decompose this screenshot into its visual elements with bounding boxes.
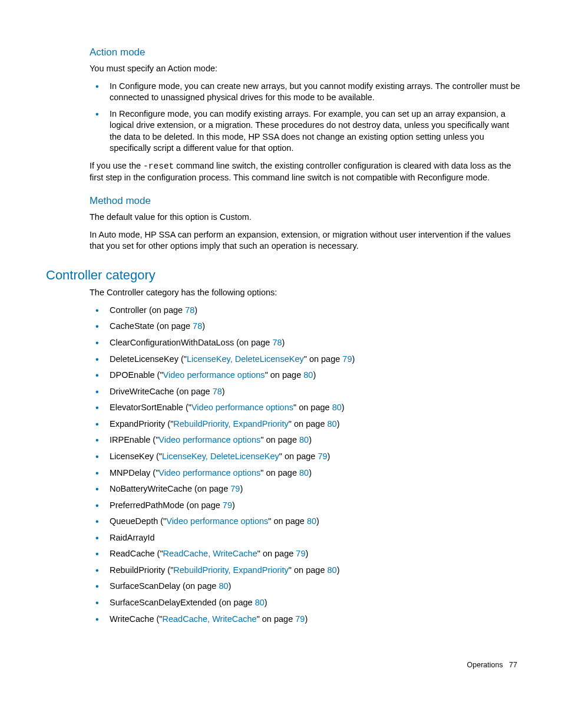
list-item: DeleteLicenseKey ("LicenseKey, DeleteLic… xyxy=(90,354,521,365)
heading-action-mode: Action mode xyxy=(90,46,521,60)
paragraph: The default value for this option is Cus… xyxy=(90,212,521,223)
heading-controller-category: Controller category xyxy=(46,266,521,284)
page-link[interactable]: 80 xyxy=(327,419,336,429)
list-item: In Reconfigure mode, you can modify exis… xyxy=(90,108,521,154)
list-item: LicenseKey ("LicenseKey, DeleteLicenseKe… xyxy=(90,451,521,463)
list-item: NoBatteryWriteCache (on page 79) xyxy=(90,483,521,495)
list-item: PreferredPathMode (on page 79) xyxy=(90,500,521,512)
page-link[interactable]: 79 xyxy=(318,452,327,461)
page-link[interactable]: Video performance options xyxy=(158,468,260,477)
paragraph: The Controller category has the followin… xyxy=(90,287,521,299)
page-link[interactable]: 79 xyxy=(342,354,352,364)
page-link[interactable]: 79 xyxy=(296,549,305,558)
options-list: Controller (on page 78)CacheState (on pa… xyxy=(90,305,521,625)
page-link[interactable]: 80 xyxy=(299,435,309,444)
page-link[interactable]: 80 xyxy=(327,565,336,575)
page-link[interactable]: LicenseKey, DeleteLicenseKey xyxy=(187,354,304,364)
list-item: RaidArrayId xyxy=(90,532,521,544)
list-item: MNPDelay ("Video performance options" on… xyxy=(90,467,521,479)
page-footer: Operations 77 xyxy=(46,660,521,670)
list-item: ReadCache ("ReadCache, WriteCache" on pa… xyxy=(90,548,521,560)
page-link[interactable]: 79 xyxy=(223,500,232,510)
list-item: WriteCache ("ReadCache, WriteCache" on p… xyxy=(90,614,521,625)
page-link[interactable]: 80 xyxy=(255,598,265,607)
list-item: CacheState (on page 78) xyxy=(90,321,521,332)
list-item: ElevatorSortEnable ("Video performance o… xyxy=(90,402,521,414)
page-link[interactable]: Video performance options xyxy=(191,403,293,412)
list-item: ExpandPriority ("RebuildPriority, Expand… xyxy=(90,419,521,430)
paragraph: In Auto mode, HP SSA can perform an expa… xyxy=(90,229,521,252)
page-link[interactable]: Video performance options xyxy=(166,516,268,526)
list-item: DPOEnable ("Video performance options" o… xyxy=(90,370,521,381)
list-item: ClearConfigurationWithDataLoss (on page … xyxy=(90,337,521,349)
page-link[interactable]: 78 xyxy=(193,321,202,331)
paragraph: You must specify an Action mode: xyxy=(90,63,521,75)
page-link[interactable]: Video performance options xyxy=(158,435,260,444)
list-item: Controller (on page 78) xyxy=(90,305,521,317)
page-link[interactable]: RebuildPriority, ExpandPriority xyxy=(173,419,289,429)
page-link[interactable]: Video performance options xyxy=(163,370,265,380)
page-link[interactable]: 80 xyxy=(219,581,228,591)
paragraph: If you use the -reset command line switc… xyxy=(90,160,521,184)
page-link[interactable]: 79 xyxy=(230,484,240,493)
page-link[interactable]: LicenseKey, DeleteLicenseKey xyxy=(162,452,279,461)
list-item: DriveWriteCache (on page 78) xyxy=(90,386,521,398)
page-link[interactable]: ReadCache, WriteCache xyxy=(163,549,257,558)
page-link[interactable]: 80 xyxy=(332,403,342,412)
page-link[interactable]: 78 xyxy=(213,387,222,396)
heading-method-mode: Method mode xyxy=(90,195,521,208)
page-link[interactable]: ReadCache, WriteCache xyxy=(163,614,257,624)
list-item: SurfaceScanDelay (on page 80) xyxy=(90,581,521,592)
page-link[interactable]: 80 xyxy=(299,468,309,477)
page-link[interactable]: 78 xyxy=(185,305,194,315)
list-item: QueueDepth ("Video performance options" … xyxy=(90,516,521,528)
list-item: SurfaceScanDelayExtended (on page 80) xyxy=(90,597,521,609)
page-link[interactable]: 80 xyxy=(307,516,316,526)
page-link[interactable]: 80 xyxy=(303,370,313,380)
page-link[interactable]: RebuildPriority, ExpandPriority xyxy=(173,565,289,575)
code-text: -reset xyxy=(143,162,174,171)
page-link[interactable]: 78 xyxy=(272,338,282,347)
list-item: RebuildPriority ("RebuildPriority, Expan… xyxy=(90,565,521,577)
list-item: In Configure mode, you can create new ar… xyxy=(90,81,521,104)
list-item: IRPEnable ("Video performance options" o… xyxy=(90,434,521,446)
page-link[interactable]: 79 xyxy=(295,614,305,624)
